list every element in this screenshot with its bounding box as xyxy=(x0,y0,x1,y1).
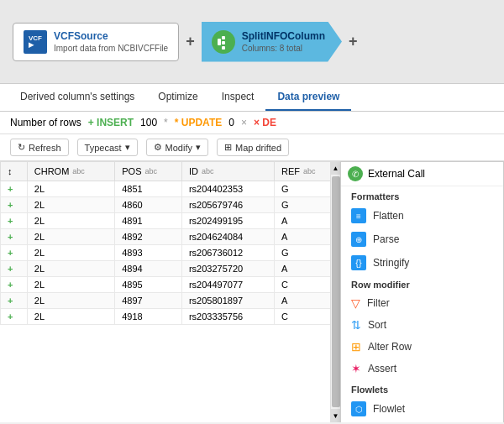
table-row: + 2L 4893 rs206736012 G xyxy=(1,245,340,261)
row-id: rs203275720 xyxy=(181,261,274,277)
formatters-section: Formatters xyxy=(341,186,503,204)
row-pos: 4894 xyxy=(115,261,182,277)
map-drifted-button[interactable]: ⊞ Map drifted xyxy=(217,139,289,156)
row-pos: 4892 xyxy=(115,229,182,245)
scroll-up[interactable]: ▲ xyxy=(331,161,341,175)
row-add: + xyxy=(1,197,28,213)
table-row: + 2L 4895 rs204497077 C xyxy=(1,277,340,293)
svg-rect-1 xyxy=(218,39,221,45)
flowlet-item[interactable]: ⬡ Flowlet xyxy=(341,397,503,421)
refresh-button[interactable]: ↻ Refresh xyxy=(10,139,69,156)
refresh-label: Refresh xyxy=(29,143,61,153)
row-pos: 4897 xyxy=(115,293,182,309)
assert-icon: ✶ xyxy=(351,362,361,375)
map-label: Map drifted xyxy=(235,143,281,153)
modify-label: Modify xyxy=(165,143,192,153)
svg-rect-4 xyxy=(222,46,225,50)
sort-item[interactable]: ⇅ Sort xyxy=(341,314,503,336)
vcfsource-node[interactable]: VCF▶ VCFSource Import data from NCBIVCFF… xyxy=(13,23,179,61)
update-value: 0 xyxy=(228,117,234,128)
row-chrom: 2L xyxy=(27,277,114,293)
row-id: rs205679746 xyxy=(181,197,274,213)
filter-item[interactable]: ▽ Filter xyxy=(341,292,503,314)
row-chrom: 2L xyxy=(27,213,114,229)
row-chrom: 2L xyxy=(27,309,114,325)
flowlet-label: Flowlet xyxy=(373,403,405,415)
col-id[interactable]: IDabc xyxy=(181,162,274,181)
table-row: + 2L 4918 rs203335756 C xyxy=(1,309,340,325)
table-row: + 2L 4860 rs205679746 G xyxy=(1,197,340,213)
col-pos[interactable]: POSabc xyxy=(115,162,182,181)
scrollbar[interactable]: ▲ ▼ xyxy=(330,161,340,422)
typecast-label: Typecast xyxy=(85,143,122,153)
stringify-label: Stringify xyxy=(373,257,409,269)
table-row: + 2L 4851 rs204402353 G xyxy=(1,181,340,197)
destination-section: Destination xyxy=(341,421,503,422)
delete-label: × DE xyxy=(254,117,276,128)
row-pos: 4918 xyxy=(115,309,182,325)
row-id: rs205801897 xyxy=(181,293,274,309)
rows-label: Number of rows xyxy=(10,117,81,128)
alter-row-label: Alter Row xyxy=(368,341,412,353)
row-chrom: 2L xyxy=(27,197,114,213)
svg-rect-3 xyxy=(222,41,225,44)
toolbar: ↻ Refresh Typecast ▾ ⚙ Modify ▾ ⊞ Map dr… xyxy=(0,134,504,161)
row-add: + xyxy=(1,229,28,245)
splitinfo-text: SplitINFOColumn Columns: 8 total xyxy=(242,30,325,53)
row-add: + xyxy=(1,181,28,197)
splitinfo-cols: Columns: 8 total xyxy=(242,44,325,53)
flatten-item[interactable]: ≡ Flatten xyxy=(341,204,503,228)
insert-label: + INSERT xyxy=(88,117,134,128)
update-label: * UPDATE xyxy=(175,117,222,128)
pipeline-area: VCF▶ VCFSource Import data from NCBIVCFF… xyxy=(0,0,504,84)
parse-icon: ⊕ xyxy=(351,232,366,247)
row-add: + xyxy=(1,245,28,261)
insert-value: 100 xyxy=(140,117,157,128)
sort-label: Sort xyxy=(368,319,386,331)
tab-data-preview[interactable]: Data preview xyxy=(265,84,351,111)
alter-row-item[interactable]: ⊞ Alter Row xyxy=(341,336,503,358)
row-chrom: 2L xyxy=(27,293,114,309)
modify-chevron: ▾ xyxy=(196,142,201,153)
typecast-button[interactable]: Typecast ▾ xyxy=(77,139,138,156)
row-chrom: 2L xyxy=(27,245,114,261)
scroll-thumb[interactable] xyxy=(332,176,340,407)
tab-optimize[interactable]: Optimize xyxy=(146,84,209,111)
tab-inspect[interactable]: Inspect xyxy=(210,84,266,111)
row-add: + xyxy=(1,309,28,325)
row-add: + xyxy=(1,293,28,309)
stringify-icon: {} xyxy=(351,255,366,270)
table-row: + 2L 4894 rs203275720 A xyxy=(1,261,340,277)
row-chrom: 2L xyxy=(27,229,114,245)
svg-rect-2 xyxy=(222,36,225,39)
scroll-down[interactable]: ▼ xyxy=(331,409,341,422)
tabs-area: Derived column's settings Optimize Inspe… xyxy=(0,84,504,112)
flatten-label: Flatten xyxy=(373,210,404,222)
splitinfo-node[interactable]: SplitINFOColumn Columns: 8 total xyxy=(202,22,342,62)
row-pos: 4893 xyxy=(115,245,182,261)
row-add: + xyxy=(1,261,28,277)
stats-bar: Number of rows + INSERT 100 * * UPDATE 0… xyxy=(0,112,504,134)
vcfsource-title: VCFSource xyxy=(54,30,168,42)
main-content: ↕ CHROMabc POSabc IDabc REFabc + 2L 4851… xyxy=(0,161,504,422)
filter-icon: ▽ xyxy=(351,296,360,310)
modify-button[interactable]: ⚙ Modify ▾ xyxy=(146,139,208,156)
assert-item[interactable]: ✶ Assert xyxy=(341,358,503,380)
external-call-item[interactable]: ✆ External Call xyxy=(341,162,503,186)
table-row: + 2L 4897 rs205801897 A xyxy=(1,293,340,309)
parse-item[interactable]: ⊕ Parse xyxy=(341,228,503,251)
row-chrom: 2L xyxy=(27,181,114,197)
data-table-wrap[interactable]: ↕ CHROMabc POSabc IDabc REFabc + 2L 4851… xyxy=(0,161,340,422)
col-chrom[interactable]: CHROMabc xyxy=(27,162,114,181)
row-pos: 4851 xyxy=(115,181,182,197)
stringify-item[interactable]: {} Stringify xyxy=(341,251,503,275)
parse-label: Parse xyxy=(373,233,399,245)
vcf-icon: VCF▶ xyxy=(24,30,47,54)
splitinfo-title: SplitINFOColumn xyxy=(242,30,325,42)
row-add: + xyxy=(1,277,28,293)
row-id: rs204624084 xyxy=(181,229,274,245)
col-sort[interactable]: ↕ xyxy=(1,162,28,181)
typecast-chevron: ▾ xyxy=(125,142,130,153)
row-id: rs203335756 xyxy=(181,309,274,325)
tab-derived[interactable]: Derived column's settings xyxy=(8,84,146,111)
